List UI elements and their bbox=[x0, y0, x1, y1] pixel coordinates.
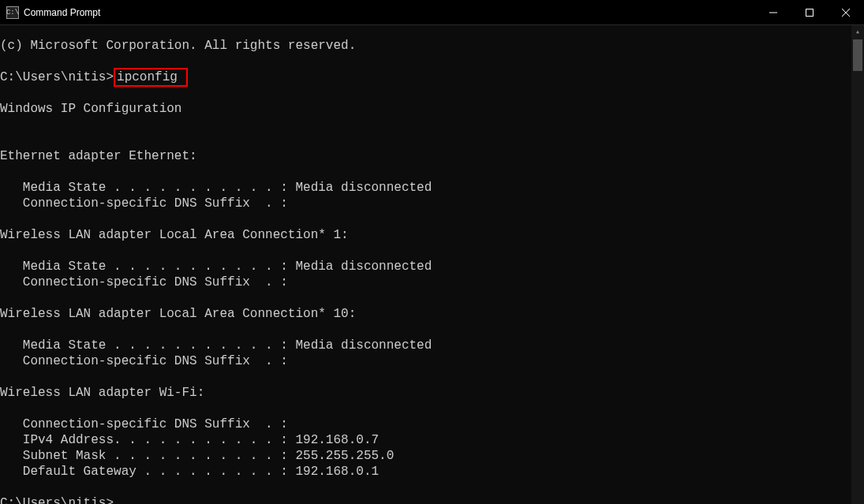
scrollbar[interactable]: ▴ bbox=[851, 25, 864, 504]
minimize-icon bbox=[769, 9, 777, 17]
close-button[interactable] bbox=[828, 0, 864, 24]
window-controls bbox=[755, 0, 864, 24]
scroll-up-arrow-icon[interactable]: ▴ bbox=[851, 25, 864, 38]
svg-rect-1 bbox=[806, 9, 814, 16]
maximize-icon bbox=[806, 9, 814, 17]
minimize-button[interactable] bbox=[755, 0, 791, 24]
close-icon bbox=[842, 9, 850, 17]
cmd-icon: C:\ bbox=[6, 6, 19, 19]
command-highlight: ipconfig bbox=[114, 68, 188, 87]
window-title: Command Prompt bbox=[24, 7, 755, 18]
scroll-thumb[interactable] bbox=[853, 39, 862, 71]
maximize-button[interactable] bbox=[791, 0, 828, 24]
terminal-area[interactable]: (c) Microsoft Corporation. All rights re… bbox=[0, 25, 864, 504]
titlebar: C:\ Command Prompt bbox=[0, 0, 864, 25]
terminal-output: (c) Microsoft Corporation. All rights re… bbox=[0, 25, 864, 504]
